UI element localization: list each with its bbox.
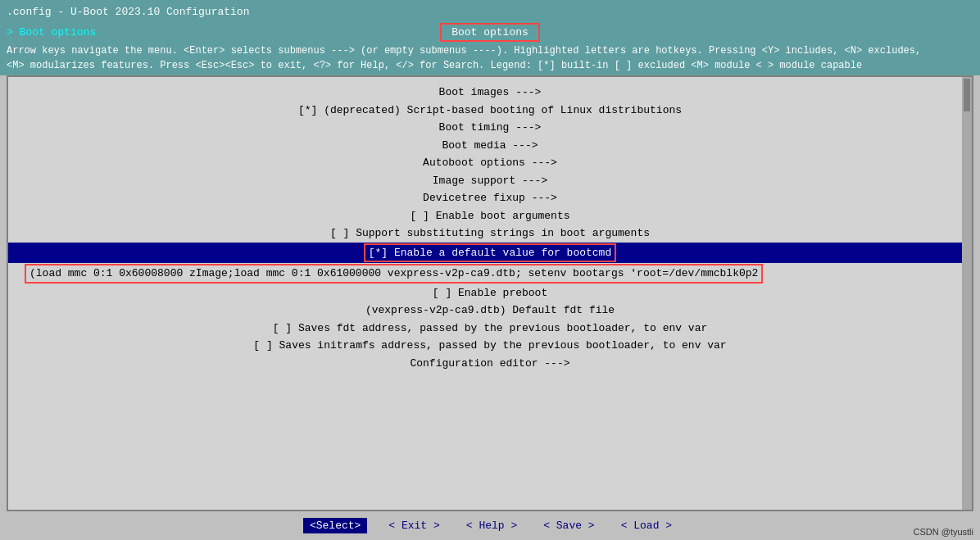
help-button[interactable]: < Help > (461, 518, 522, 533)
title-bar: .config - U-Boot 2023.10 Configuration (0, 0, 980, 23)
menu-item[interactable]: [ ] Saves fdt address, passed by the pre… (8, 320, 972, 338)
menu-item[interactable]: Boot images ---> (8, 84, 972, 102)
main-window: .config - U-Boot 2023.10 Configuration B… (0, 0, 980, 540)
menu-item[interactable]: Devicetree fixup ---> (8, 189, 972, 207)
menu-item[interactable]: Image support ---> (8, 172, 972, 190)
menu-item[interactable]: [ ] Saves initramfs address, passed by t… (8, 337, 972, 355)
menu-item[interactable]: (load mmc 0:1 0x60008000 zImage;load mmc… (8, 263, 972, 284)
watermark: CSDN @tyustli (913, 527, 973, 537)
menu-item[interactable]: [ ] Enable boot arguments (8, 207, 972, 225)
menu-area: Boot images --->[*] (deprecated) Script-… (8, 77, 972, 510)
exit-button[interactable]: < Exit > (383, 518, 444, 533)
main-content: Boot images --->[*] (deprecated) Script-… (7, 75, 973, 511)
menu-item[interactable]: Boot media ---> (8, 137, 972, 155)
menu-item[interactable]: [*] Enable a default value for bootcmd (8, 243, 972, 264)
menu-item[interactable]: Configuration editor ---> (8, 355, 972, 373)
menu-item[interactable]: [*] (deprecated) Script-based booting of… (8, 102, 972, 120)
help-text: Arrow keys navigate the menu. <Enter> se… (0, 41, 980, 75)
breadcrumb-bar: > Boot options (0, 23, 980, 41)
breadcrumb-text: > Boot options (7, 26, 96, 39)
load-button[interactable]: < Load > (616, 518, 677, 533)
save-button[interactable]: < Save > (538, 518, 599, 533)
help-line1: Arrow keys navigate the menu. <Enter> se… (7, 43, 973, 58)
menu-item[interactable]: (vexpress-v2p-ca9.dtb) Default fdt file (8, 302, 972, 320)
select-button[interactable]: <Select> (303, 518, 367, 533)
bottom-bar: <Select> < Exit > < Help > < Save > < Lo… (0, 511, 980, 540)
title-text: .config - U-Boot 2023.10 Configuration (7, 6, 249, 18)
menu-item[interactable]: [ ] Enable preboot (8, 284, 972, 302)
menu-item[interactable]: Boot timing ---> (8, 119, 972, 137)
menu-item[interactable]: [ ] Support substituting strings in boot… (8, 225, 972, 243)
menu-item[interactable]: Autoboot options ---> (8, 154, 972, 172)
scrollbar[interactable] (962, 77, 972, 510)
scrollbar-thumb[interactable] (964, 79, 970, 111)
help-line2: <M> modularizes features. Press <Esc><Es… (7, 58, 973, 73)
